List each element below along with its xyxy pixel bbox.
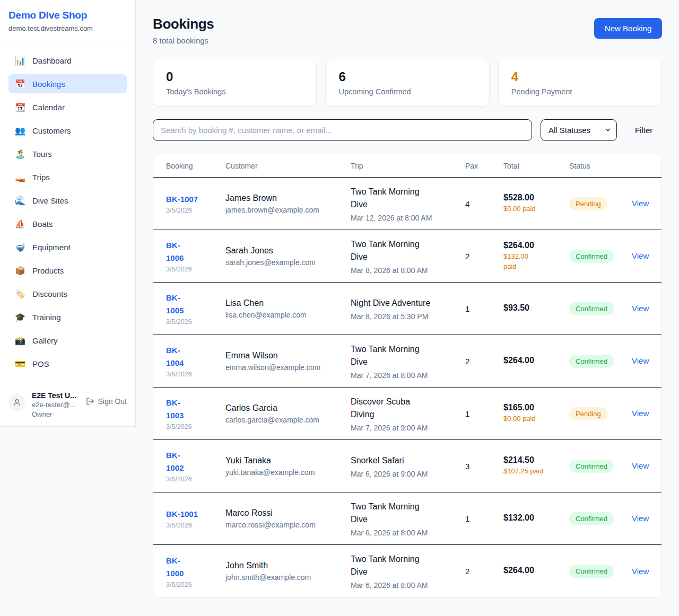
sidebar-item-discounts[interactable]: 🏷️ Discounts bbox=[8, 284, 127, 303]
total-amount: $214.50 bbox=[503, 455, 569, 465]
booking-id-link[interactable]: BK- 1004 bbox=[166, 344, 225, 369]
sidebar-item-trips[interactable]: 🚤 Trips bbox=[8, 168, 127, 187]
table-row: BK- 1003 3/5/2026 Carlos Garcia carlos.g… bbox=[153, 388, 661, 440]
view-link[interactable]: View bbox=[632, 199, 649, 208]
view-link[interactable]: View bbox=[632, 251, 649, 260]
bookings-table: BookingCustomerTripPaxTotalStatus BK-100… bbox=[153, 154, 662, 598]
credit-card-icon: 💳 bbox=[15, 359, 25, 369]
column-header-pax: Pax bbox=[465, 162, 503, 170]
sidebar-item-dive-sites[interactable]: 🌊 Dive Sites bbox=[8, 191, 127, 210]
new-booking-button[interactable]: New Booking bbox=[594, 18, 662, 39]
view-link[interactable]: View bbox=[632, 356, 649, 365]
customer-name: Marco Rossi bbox=[225, 508, 351, 518]
stat-label: Pending Payment bbox=[511, 87, 649, 96]
search-input[interactable] bbox=[153, 119, 532, 141]
view-link[interactable]: View bbox=[632, 514, 649, 523]
status-badge: Confirmed bbox=[569, 355, 614, 368]
booking-id-link[interactable]: BK- 1003 bbox=[166, 397, 225, 422]
wave-icon: 🌊 bbox=[15, 196, 25, 206]
page-subtitle: 8 total bookings bbox=[153, 36, 214, 45]
sidebar-item-training[interactable]: 🎓 Training bbox=[8, 307, 127, 327]
graduation-cap-icon: 🎓 bbox=[15, 312, 25, 322]
sign-out-label: Sign Out bbox=[98, 397, 127, 406]
paid-amount: $107.25 paid bbox=[503, 467, 569, 477]
people-icon: 👥 bbox=[15, 126, 25, 136]
sidebar: Demo Dive Shop demo.test.divestreams.com… bbox=[0, 0, 136, 427]
total-amount: $264.00 bbox=[503, 356, 569, 365]
booking-id-link[interactable]: BK-1007 bbox=[166, 193, 225, 206]
sidebar-item-calendar[interactable]: 📆 Calendar bbox=[8, 98, 127, 117]
trip-name: Two Tank Morning Dive bbox=[351, 500, 465, 526]
view-link[interactable]: View bbox=[632, 461, 649, 470]
column-header-trip: Trip bbox=[351, 162, 465, 170]
table-row: BK-1001 3/5/2026 Marco Rossi marco.rossi… bbox=[153, 492, 661, 545]
sailboat-icon: ⛵ bbox=[15, 219, 25, 229]
column-header-customer: Customer bbox=[225, 162, 351, 170]
sidebar-item-gallery[interactable]: 📸 Gallery bbox=[8, 331, 127, 350]
customer-email: yuki.tanaka@example.com bbox=[225, 468, 351, 477]
user-info: E2E Test U... e2e-tester@... Owner bbox=[32, 391, 80, 419]
tag-icon: 🏷️ bbox=[15, 289, 25, 299]
customer-email: marco.rossi@example.com bbox=[225, 521, 351, 529]
sidebar-item-products[interactable]: 📦 Products bbox=[8, 261, 127, 280]
sign-out-button[interactable]: Sign Out bbox=[86, 397, 127, 406]
pax-count: 3 bbox=[465, 462, 503, 471]
status-badge: Confirmed bbox=[569, 512, 614, 525]
booking-id-link[interactable]: BK- 1002 bbox=[166, 449, 225, 474]
customer-name: Lisa Chen bbox=[225, 298, 351, 308]
customer-email: lisa.chen@example.com bbox=[225, 311, 351, 319]
booking-id-link[interactable]: BK- 1006 bbox=[166, 239, 225, 265]
filter-button[interactable]: Filter bbox=[625, 120, 662, 140]
pax-count: 2 bbox=[465, 357, 503, 366]
view-link[interactable]: View bbox=[632, 409, 649, 418]
tear-off-calendar-icon: 📆 bbox=[15, 102, 25, 112]
booking-id-link[interactable]: BK- 1000 bbox=[166, 555, 225, 580]
pax-count: 4 bbox=[465, 199, 503, 208]
page-header: Bookings 8 total bookings New Booking bbox=[153, 16, 662, 45]
sidebar-nav: 📊 Dashboard 📅 Bookings 📆 Calendar 👥 Cust… bbox=[0, 41, 135, 383]
page-title: Bookings bbox=[153, 16, 214, 32]
table-header-row: BookingCustomerTripPaxTotalStatus bbox=[153, 154, 661, 178]
trip-datetime: Mar 7, 2026 at 9:00 AM bbox=[351, 424, 465, 432]
sidebar-item-customers[interactable]: 👥 Customers bbox=[8, 121, 127, 140]
table-row: BK- 1005 3/5/2026 Lisa Chen lisa.chen@ex… bbox=[153, 283, 661, 335]
view-link[interactable]: View bbox=[632, 567, 649, 576]
customer-name: Emma Wilson bbox=[225, 351, 351, 360]
booking-date: 3/5/2026 bbox=[166, 266, 225, 273]
table-row: BK-1007 3/5/2026 James Brown james.brown… bbox=[153, 178, 661, 230]
booking-date: 3/5/2026 bbox=[166, 207, 225, 214]
package-icon: 📦 bbox=[15, 266, 25, 276]
sidebar-item-pos[interactable]: 💳 POS bbox=[8, 354, 127, 373]
booking-date: 3/5/2026 bbox=[166, 581, 225, 588]
booking-date: 3/5/2026 bbox=[166, 371, 225, 378]
sidebar-item-dashboard[interactable]: 📊 Dashboard bbox=[8, 51, 127, 70]
sidebar-item-tours[interactable]: 🏝️ Tours bbox=[8, 144, 127, 163]
trip-name: Two Tank Morning Dive bbox=[351, 553, 465, 578]
sidebar-item-equipment[interactable]: 🤿 Equipment bbox=[8, 237, 127, 257]
sidebar-item-boats[interactable]: ⛵ Boats bbox=[8, 214, 127, 233]
sidebar-footer: E2E Test U... e2e-tester@... Owner Sign … bbox=[0, 383, 135, 426]
total-amount: $93.50 bbox=[503, 303, 569, 313]
customer-email: john.smith@example.com bbox=[225, 573, 351, 582]
total-amount: $264.00 bbox=[503, 566, 569, 575]
trip-datetime: Mar 8, 2026 at 5:30 PM bbox=[351, 312, 465, 321]
sidebar-item-bookings[interactable]: 📅 Bookings bbox=[8, 74, 127, 93]
booking-id-link[interactable]: BK- 1005 bbox=[166, 292, 225, 317]
total-amount: $528.00 bbox=[503, 193, 569, 203]
status-badge: Confirmed bbox=[569, 565, 614, 578]
pax-count: 1 bbox=[465, 304, 503, 313]
pax-count: 2 bbox=[465, 252, 503, 261]
logout-icon bbox=[86, 397, 94, 406]
view-link[interactable]: View bbox=[632, 304, 649, 313]
booking-date: 3/5/2026 bbox=[166, 522, 225, 529]
brand-name[interactable]: Demo Dive Shop bbox=[8, 10, 127, 21]
diving-mask-icon: 🤿 bbox=[15, 242, 25, 252]
paid-amount: $0.00 paid bbox=[503, 204, 569, 214]
booking-id-link[interactable]: BK-1001 bbox=[166, 508, 225, 521]
island-icon: 🏝️ bbox=[15, 149, 25, 159]
trip-datetime: Mar 6, 2026 at 8:00 AM bbox=[351, 581, 465, 589]
calendar-icon: 📅 bbox=[15, 79, 25, 89]
status-filter-select[interactable]: All Statuses bbox=[541, 119, 617, 141]
stat-value: 4 bbox=[511, 69, 649, 84]
stat-value: 0 bbox=[166, 69, 303, 84]
